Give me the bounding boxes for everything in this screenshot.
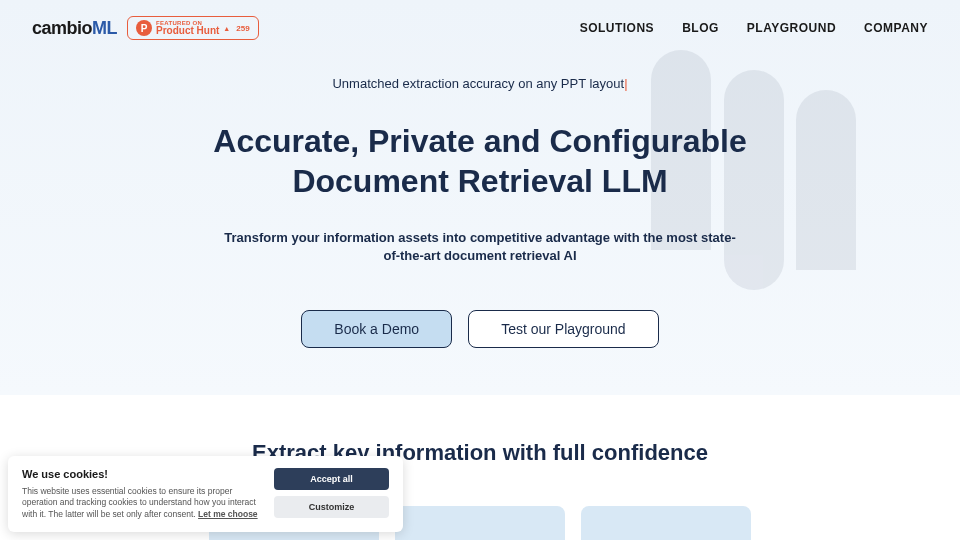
feature-card [581, 506, 751, 540]
nav-blog[interactable]: BLOG [682, 21, 719, 35]
nav-solutions[interactable]: SOLUTIONS [580, 21, 655, 35]
cookie-banner: We use cookies! This website uses essent… [8, 456, 403, 532]
logo[interactable]: cambioML [32, 18, 117, 39]
cursor-icon: | [624, 76, 627, 91]
cta-row: Book a Demo Test our Playground [0, 310, 960, 348]
cookie-buttons: Accept all Customize [274, 468, 389, 518]
tagline: Unmatched extraction accuracy on any PPT… [0, 76, 960, 91]
ph-count: 259 [236, 24, 249, 33]
subheadline: Transform your information assets into c… [220, 229, 740, 265]
feature-card [395, 506, 565, 540]
main-nav: SOLUTIONS BLOG PLAYGROUND COMPANY [580, 21, 928, 35]
test-playground-button[interactable]: Test our Playground [468, 310, 659, 348]
logo-area: cambioML P FEATURED ON Product Hunt ▲ 25… [32, 16, 259, 40]
headline: Accurate, Private and Configurable Docum… [0, 121, 960, 201]
product-hunt-badge[interactable]: P FEATURED ON Product Hunt ▲ 259 [127, 16, 259, 40]
hero-content: Unmatched extraction accuracy on any PPT… [0, 56, 960, 348]
accept-all-button[interactable]: Accept all [274, 468, 389, 490]
ph-name: Product Hunt [156, 26, 219, 36]
customize-button[interactable]: Customize [274, 496, 389, 518]
tagline-text: Unmatched extraction accuracy on any PPT… [332, 76, 624, 91]
logo-text-2: ML [92, 18, 117, 38]
book-demo-button[interactable]: Book a Demo [301, 310, 452, 348]
logo-text-1: cambio [32, 18, 92, 38]
cookie-description: This website uses essential cookies to e… [22, 486, 262, 520]
hero-section: cambioML P FEATURED ON Product Hunt ▲ 25… [0, 0, 960, 395]
cookie-choose-link[interactable]: Let me choose [198, 509, 258, 519]
upvote-arrow-icon: ▲ [223, 25, 230, 32]
nav-company[interactable]: COMPANY [864, 21, 928, 35]
headline-line-2: Document Retrieval LLM [292, 163, 667, 199]
header: cambioML P FEATURED ON Product Hunt ▲ 25… [0, 0, 960, 56]
nav-playground[interactable]: PLAYGROUND [747, 21, 836, 35]
product-hunt-icon: P [136, 20, 152, 36]
cookie-title: We use cookies! [22, 468, 262, 480]
cookie-text-area: We use cookies! This website uses essent… [22, 468, 262, 520]
headline-line-1: Accurate, Private and Configurable [213, 123, 746, 159]
